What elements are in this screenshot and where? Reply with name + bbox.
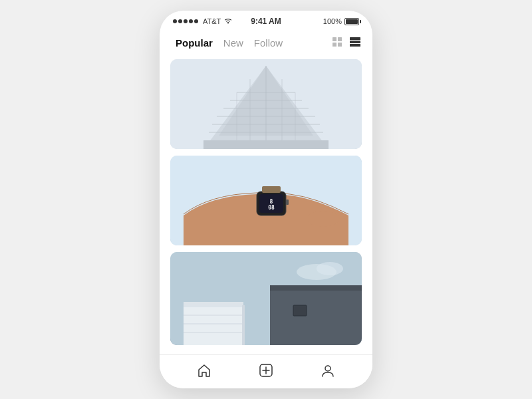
svg-rect-6: [350, 41, 360, 43]
nav-actions: [331, 36, 362, 51]
carrier-label: AT&T: [203, 17, 221, 25]
content-area: 8 08: [160, 57, 372, 354]
battery-icon-container: [344, 18, 359, 25]
profile-icon: [321, 363, 335, 378]
status-right: 100%: [323, 17, 359, 25]
phone-frame: AT&T 9:41 AM 100% Popular New: [160, 11, 372, 388]
tab-add[interactable]: [245, 360, 287, 380]
svg-point-31: [307, 211, 340, 227]
home-icon: [197, 363, 211, 378]
svg-rect-38: [270, 285, 362, 291]
svg-rect-2: [338, 37, 342, 41]
svg-text:08: 08: [268, 205, 275, 211]
card-architecture[interactable]: [170, 252, 362, 345]
svg-rect-39: [293, 305, 307, 316]
battery-icon: [344, 18, 359, 25]
status-left: AT&T: [173, 17, 232, 25]
battery-fill: [346, 19, 358, 24]
svg-rect-7: [350, 44, 360, 47]
tab-home[interactable]: [184, 360, 225, 380]
svg-rect-1: [332, 37, 336, 41]
svg-rect-35: [184, 305, 243, 345]
wifi-icon: [224, 17, 232, 25]
card-building[interactable]: [170, 59, 362, 149]
svg-text:8: 8: [270, 199, 273, 205]
battery-percent: 100%: [323, 17, 342, 25]
list-view-toggle[interactable]: [348, 36, 362, 51]
tab-popular[interactable]: Popular: [170, 35, 218, 51]
signal-dot-4: [189, 19, 193, 23]
svg-point-34: [317, 262, 343, 275]
card-watch[interactable]: 8 08: [170, 156, 362, 245]
tab-new[interactable]: New: [218, 35, 249, 51]
add-icon: [259, 363, 273, 378]
svg-rect-5: [350, 37, 360, 40]
svg-rect-30: [286, 200, 289, 205]
svg-rect-43: [242, 305, 245, 345]
svg-rect-37: [270, 289, 362, 345]
signal-dot-2: [178, 19, 182, 23]
tab-bar: [160, 354, 372, 388]
nav-tabs: Popular New Follow: [170, 35, 331, 51]
grid-view-toggle[interactable]: [331, 36, 344, 51]
signal-dots: [173, 19, 198, 23]
svg-point-47: [325, 366, 331, 371]
signal-dot-3: [184, 19, 188, 23]
signal-dot-1: [173, 19, 177, 23]
tab-follow[interactable]: Follow: [249, 35, 288, 51]
nav-bar: Popular New Follow: [160, 29, 372, 57]
svg-rect-36: [184, 302, 243, 307]
tab-profile[interactable]: [307, 360, 348, 380]
svg-point-0: [227, 23, 229, 24]
status-bar: AT&T 9:41 AM 100%: [160, 11, 372, 29]
signal-dot-5: [194, 19, 198, 23]
svg-rect-3: [332, 43, 336, 47]
svg-rect-4: [338, 43, 342, 47]
svg-rect-29: [262, 186, 281, 193]
status-time: 9:41 AM: [251, 17, 281, 26]
svg-rect-22: [203, 140, 329, 149]
